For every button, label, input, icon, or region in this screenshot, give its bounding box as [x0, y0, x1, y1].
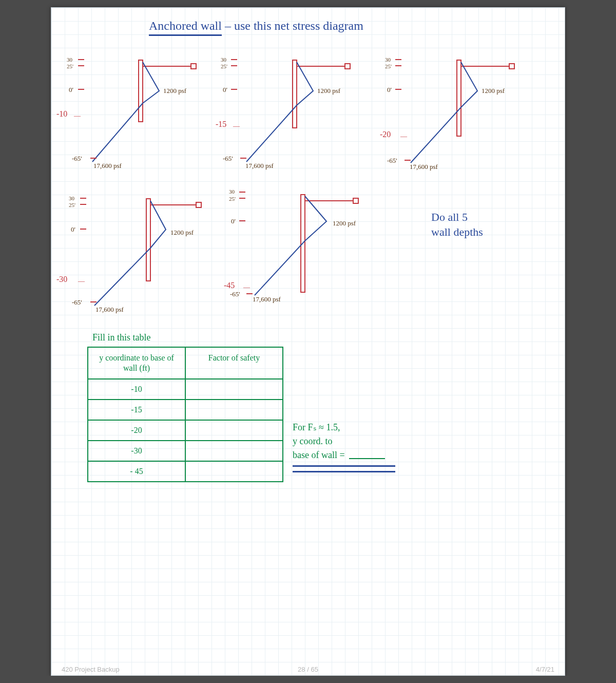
tick-neg65: -65' — [72, 298, 82, 307]
tick-neg65: -65' — [72, 155, 82, 163]
load-bottom: 17,600 psf — [253, 295, 281, 303]
load-top: 1200 psf — [333, 219, 356, 227]
svg-rect-4 — [293, 60, 297, 128]
col-header-y: y coordinate to base of wall (ft) — [88, 347, 185, 379]
footer-right: 4/7/21 — [536, 666, 554, 673]
answer-prompt: For Fₛ ≈ 1.5, y coord. to base of wall = — [293, 421, 395, 472]
table-row: -30 — [88, 441, 283, 461]
tick-25: 25' — [69, 202, 75, 208]
svg-rect-12 — [146, 199, 150, 281]
tick-30: 30 — [67, 56, 72, 63]
page-title: Anchored wall – use this net stress diag… — [149, 19, 363, 33]
col-header-fs: Factor of safety — [185, 347, 283, 379]
table-row: - 45 — [88, 461, 283, 482]
load-top: 1200 psf — [482, 87, 505, 95]
tick-0: 0' — [69, 86, 73, 94]
tick-0: 0' — [231, 217, 236, 225]
cell-y: -10 — [88, 379, 185, 400]
svg-rect-6 — [345, 64, 350, 69]
diagram-embed-20: 30 25' 0' -20 — -65' 1200 psf 17,600 psf — [380, 54, 534, 182]
svg-line-11 — [411, 107, 461, 163]
cell-fs[interactable] — [185, 400, 283, 420]
svg-rect-8 — [457, 60, 461, 136]
load-bottom: 17,600 psf — [93, 162, 122, 170]
svg-rect-0 — [139, 60, 143, 122]
table-row: -20 — [88, 420, 283, 441]
tick-embed: -10 — [56, 109, 67, 119]
cell-fs[interactable] — [185, 461, 283, 482]
svg-line-19 — [255, 241, 305, 295]
load-bottom: 17,600 psf — [245, 162, 274, 170]
tick-embed: -15 — [216, 120, 226, 129]
table-row: -10 — [88, 379, 283, 400]
results-table: y coordinate to base of wall (ft) Factor… — [87, 347, 283, 482]
load-bottom: 17,600 psf — [95, 306, 124, 314]
load-bottom: 17,600 psf — [410, 163, 438, 171]
diagram-embed-10: 30 25' 0' -10 — -65' 1200 psf 17,600 psf — [56, 54, 210, 182]
cell-y: -15 — [88, 400, 185, 420]
tick-neg65: -65' — [223, 155, 233, 163]
svg-rect-18 — [353, 198, 358, 203]
diagram-embed-15: 30 25' 0' -15 — -65' 1200 psf 17,600 psf — [216, 54, 370, 182]
answer-line3: base of wall = — [293, 450, 345, 460]
tick-30: 30 — [69, 195, 74, 201]
svg-rect-10 — [509, 64, 514, 69]
svg-line-3 — [92, 103, 143, 162]
table-caption: Fill in this table — [92, 332, 151, 343]
engineering-notes-page: Anchored wall – use this net stress diag… — [51, 7, 565, 676]
cell-fs[interactable] — [185, 441, 283, 461]
load-top: 1200 psf — [163, 87, 186, 95]
cell-y: -30 — [88, 441, 185, 461]
tick-0: 0' — [387, 86, 392, 94]
instruction-note: Do all 5 wall depths — [431, 210, 483, 239]
tick-0: 0' — [71, 225, 75, 234]
tick-neg65: -65' — [230, 290, 240, 298]
answer-blank[interactable] — [349, 458, 385, 459]
tick-25: 25' — [385, 63, 392, 69]
svg-line-7 — [246, 105, 297, 162]
svg-line-15 — [94, 248, 150, 306]
cell-fs[interactable] — [185, 420, 283, 441]
tick-30: 30 — [385, 56, 391, 63]
cell-y: -20 — [88, 420, 185, 441]
tick-30: 30 — [221, 56, 226, 63]
tick-embed: -30 — [56, 275, 67, 284]
tick-neg65: -65' — [387, 157, 397, 165]
diagram-svg — [216, 54, 370, 182]
answer-line1: For Fₛ ≈ 1.5, — [293, 421, 395, 434]
note-line1: Do all 5 — [431, 210, 483, 225]
footer-center: 28 / 65 — [298, 666, 318, 673]
svg-rect-2 — [191, 64, 196, 69]
tick-25: 25' — [229, 196, 236, 202]
cell-fs[interactable] — [185, 379, 283, 400]
cell-y: - 45 — [88, 461, 185, 482]
footer-left: 420 Project Backup — [62, 666, 120, 673]
double-underline-icon — [293, 465, 395, 472]
diagram-embed-30: 30 25' 0' -30 — -65' 1200 psf 17,600 psf — [56, 193, 210, 321]
tick-25: 25' — [67, 63, 73, 69]
table-header-row: y coordinate to base of wall (ft) Factor… — [88, 347, 283, 379]
load-top: 1200 psf — [170, 229, 194, 237]
tick-0: 0' — [223, 86, 227, 94]
answer-line2: y coord. to — [293, 434, 395, 448]
table-row: -15 — [88, 400, 283, 420]
svg-rect-14 — [196, 202, 201, 207]
tick-embed: -45 — [224, 281, 235, 290]
diagram-svg — [224, 188, 378, 317]
tick-25: 25' — [221, 63, 227, 69]
tick-embed: -20 — [380, 130, 391, 139]
diagram-svg — [380, 54, 534, 182]
title-rest: – use this net stress diagram — [222, 19, 363, 32]
load-top: 1200 psf — [317, 87, 340, 95]
title-underlined: Anchored wall — [149, 19, 222, 36]
diagram-embed-45: 30 25' 0' -45 — -65' 1200 psf 17,600 psf — [224, 188, 378, 317]
tick-30: 30 — [229, 188, 235, 195]
note-line2: wall depths — [431, 225, 483, 240]
